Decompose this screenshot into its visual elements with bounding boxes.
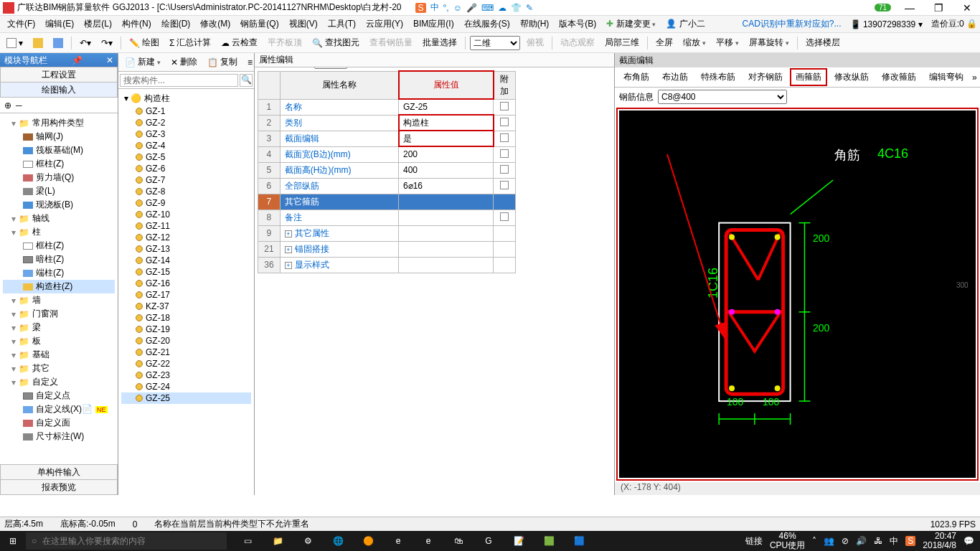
tree-node[interactable]: 轴网(J) (3, 130, 115, 143)
component-item[interactable]: GZ-23 (121, 369, 251, 381)
view-mode-select[interactable]: 二维 (470, 36, 520, 50)
component-item[interactable]: GZ-10 (121, 209, 251, 220)
expand-icon[interactable]: ⊕ (4, 100, 11, 110)
section-canvas[interactable]: 角筋 4C16 1C16 200 200 100 100 300 (619, 110, 976, 478)
component-item[interactable]: GZ-8 (121, 186, 251, 197)
ime-edit[interactable]: ✎ (526, 3, 533, 13)
menu-view[interactable]: 视图(V) (285, 17, 322, 32)
section-tab[interactable]: 特殊布筋 (697, 70, 740, 85)
property-row[interactable]: 36+显示样式 (258, 257, 516, 273)
menu-file[interactable]: 文件(F) (3, 17, 39, 32)
tray-clock[interactable]: 20:472018/4/8 (923, 532, 956, 550)
tree-node[interactable]: 端柱(Z) (3, 266, 115, 280)
property-row[interactable]: 21+锚固搭接 (258, 241, 516, 257)
menu-component[interactable]: 构件(N) (118, 17, 156, 32)
zoom-button[interactable]: 缩放 (679, 35, 710, 50)
property-row[interactable]: 9+其它属性 (258, 225, 516, 241)
menu-floor[interactable]: 楼层(L) (80, 17, 116, 32)
component-item[interactable]: GZ-20 (121, 335, 251, 347)
component-item[interactable]: GZ-4 (121, 140, 251, 151)
ime-emoji[interactable]: ☺ (453, 3, 462, 13)
property-row[interactable]: 1名称GZ-25 (258, 99, 516, 115)
section-tab[interactable]: 编辑弯钩 (925, 70, 968, 85)
close-button[interactable]: ✕ (957, 2, 977, 14)
collapse-icon[interactable]: ─ (16, 100, 22, 110)
tree-node[interactable]: 框柱(Z) (3, 157, 115, 171)
cloud-check-button[interactable]: ☁ 云检查 (217, 35, 261, 50)
menu-version[interactable]: 版本号(B) (555, 17, 600, 32)
component-item[interactable]: GZ-6 (121, 163, 251, 174)
component-item[interactable]: GZ-19 (121, 324, 251, 335)
property-row[interactable]: 5截面高(H边)(mm)400 (258, 162, 516, 178)
component-item[interactable]: GZ-22 (121, 358, 251, 369)
taskbar-search[interactable]: ○ 在这里输入你要搜索的内容 (26, 532, 227, 550)
tree-node[interactable]: 尺寸标注(W) (3, 430, 115, 443)
component-item[interactable]: GZ-11 (121, 220, 251, 232)
property-row[interactable]: 8备注 (258, 209, 516, 225)
tabs-overflow-icon[interactable]: » (972, 72, 977, 83)
close-panel-icon[interactable]: ✕ (106, 55, 113, 65)
tray-people-icon[interactable]: 👥 (824, 536, 834, 546)
ime-lang[interactable]: 中 (430, 1, 439, 14)
pin-icon[interactable]: 📌 (72, 55, 83, 65)
component-item[interactable]: GZ-25 (121, 392, 251, 404)
tray-cpu[interactable]: 46%CPU使用 (770, 532, 805, 550)
new-change-button[interactable]: ✚ 新建变更 (602, 17, 660, 32)
component-item[interactable]: GZ-17 (121, 289, 251, 301)
tray-notifications-icon[interactable]: 💬 (963, 536, 974, 546)
app-icon-4[interactable]: G (473, 531, 504, 551)
align-slab-button[interactable]: 平齐板顶 (264, 35, 306, 50)
ime-keyboard[interactable]: ⌨ (481, 3, 494, 13)
task-view-icon[interactable]: ▭ (232, 531, 263, 551)
component-item[interactable]: GZ-7 (121, 174, 251, 186)
tree-node[interactable]: 框柱(Z) (3, 239, 115, 253)
section-tab[interactable]: 修改纵筋 (830, 70, 873, 85)
component-item[interactable]: GZ-18 (121, 312, 251, 324)
tree-node[interactable]: ▾ 📁 梁 (3, 321, 115, 334)
redo-button[interactable]: ↷▾ (98, 37, 116, 50)
ime-cloud[interactable]: ☁ (498, 3, 507, 13)
component-item[interactable]: GZ-3 (121, 128, 251, 140)
draw-button[interactable]: ✏️绘图 (126, 35, 163, 50)
component-item[interactable]: GZ-13 (121, 243, 251, 255)
new-file-button[interactable]: ▾ (3, 37, 27, 50)
section-tab[interactable]: 画箍筋 (791, 70, 826, 85)
section-tab[interactable]: 修改箍筋 (877, 70, 920, 85)
sum-calc-button[interactable]: Σ 汇总计算 (166, 35, 215, 50)
component-item[interactable]: GZ-16 (121, 278, 251, 289)
tray-blocked-icon[interactable]: ⊘ (842, 536, 849, 546)
component-item[interactable]: GZ-9 (121, 197, 251, 209)
property-row[interactable]: 7其它箍筋 (258, 194, 516, 209)
tree-node[interactable]: 剪力墙(Q) (3, 171, 115, 184)
tree-node[interactable]: 梁(L) (3, 184, 115, 198)
local-3d-button[interactable]: 局部三维 (601, 35, 643, 50)
save-button[interactable] (50, 37, 67, 50)
user-button[interactable]: 👤 广小二 (661, 17, 709, 32)
section-tab[interactable]: 布边筋 (658, 70, 692, 85)
tree-node[interactable]: ▾ 📁 板 (3, 334, 115, 348)
component-item[interactable]: KZ-37 (121, 301, 251, 312)
undo-button[interactable]: ↶▾ (76, 37, 95, 50)
top-view-button[interactable]: 俯视 (523, 35, 547, 50)
search-input[interactable] (120, 74, 238, 87)
ime-skin[interactable]: 👕 (511, 3, 522, 13)
tab-project-settings[interactable]: 工程设置 (0, 67, 118, 83)
store-icon[interactable]: 🛍 (443, 531, 473, 551)
tree-node[interactable]: ▾ 📁 基础 (3, 348, 115, 362)
search-icon[interactable]: 🔍 (240, 74, 253, 87)
find-element-button[interactable]: 🔍 查找图元 (308, 35, 363, 50)
tray-up-icon[interactable]: ˄ (812, 536, 816, 546)
explorer-icon[interactable]: 📁 (263, 531, 293, 551)
tab-single-component[interactable]: 单构件输入 (0, 464, 118, 480)
screen-rotate-button[interactable]: 屏幕旋转 (745, 35, 793, 50)
menu-rebar[interactable]: 钢筋量(Q) (236, 17, 283, 32)
property-row[interactable]: 3截面编辑是 (258, 131, 516, 146)
component-item[interactable]: GZ-2 (121, 117, 251, 128)
tree-node[interactable]: ▾ 📁 自定义 (3, 375, 115, 389)
cad-recognize-link[interactable]: CAD识别中重新对应如?... (743, 18, 842, 30)
component-root[interactable]: ▾ 🟡 构造柱 (121, 92, 251, 105)
component-item[interactable]: GZ-5 (121, 151, 251, 163)
select-floor-button[interactable]: 选择楼层 (802, 35, 844, 50)
open-file-button[interactable] (29, 37, 47, 50)
tree-node[interactable]: ▾ 📁 门窗洞 (3, 307, 115, 321)
